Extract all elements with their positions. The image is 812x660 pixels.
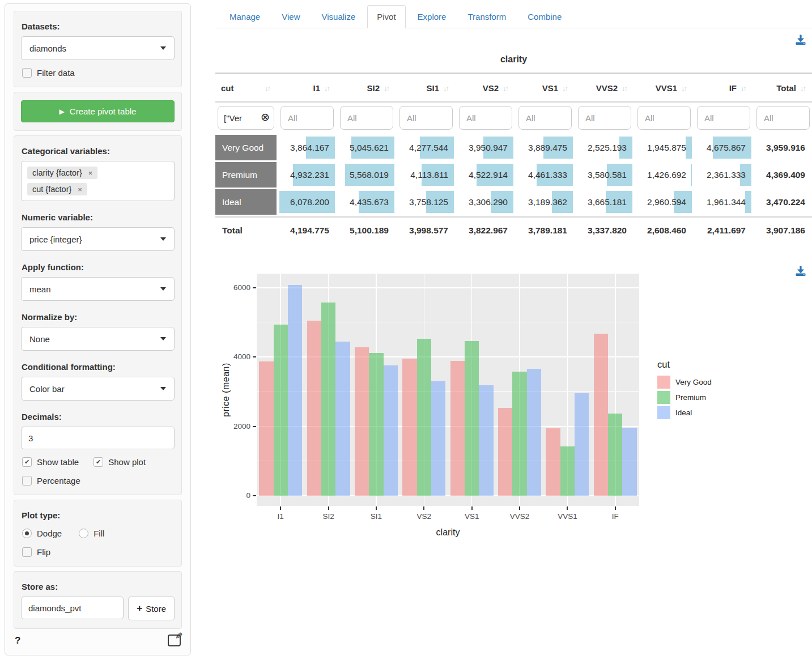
column-header-si1: SI1↓↑: [397, 74, 455, 101]
cell-value: 5,568.019: [350, 170, 389, 180]
table-cell: 2,960.594: [635, 189, 693, 215]
pivot-total-row: Total4,194.7755,100.1893,998.5773,822.96…: [215, 216, 812, 244]
sort-icon[interactable]: ↓↑: [443, 84, 449, 92]
categorical-variables-input[interactable]: clarity {factor}×cut {factor}×: [21, 161, 175, 201]
tab-view[interactable]: View: [272, 5, 309, 28]
download-table-icon[interactable]: [795, 34, 806, 45]
cell-value: 3,758.125: [409, 197, 448, 207]
column-filter-input[interactable]: [637, 106, 691, 130]
flip-checkbox[interactable]: [22, 547, 32, 557]
flip-label: Flip: [37, 547, 50, 557]
report-edit-icon[interactable]: ✎: [168, 635, 181, 646]
bar-very-good-vvs2: [498, 408, 512, 496]
help-link[interactable]: ?: [15, 635, 20, 646]
column-header-label: cut: [221, 83, 234, 93]
x-tick-label: SI1: [356, 512, 396, 521]
cell-value: 4,369.409: [766, 170, 805, 180]
tab-explore[interactable]: Explore: [408, 5, 456, 28]
cell-value: 2,960.594: [647, 197, 686, 207]
store-well: Store as: diamonds_pvt + Store: [14, 571, 182, 629]
show-table-checkbox[interactable]: ✔: [22, 457, 32, 467]
bar-very-good-si2: [307, 321, 321, 496]
bar-very-good-vs1: [450, 361, 465, 496]
dataset-select[interactable]: diamonds: [21, 36, 175, 60]
table-cell: 1,426.692: [635, 162, 693, 188]
normalize-value: None: [29, 334, 50, 344]
table-cell: 3,665.181: [576, 189, 634, 215]
sort-icon[interactable]: ↓↑: [681, 84, 687, 92]
bar-premium-if: [608, 414, 622, 496]
cell-value: 1,945.875: [647, 143, 686, 153]
column-filter-input[interactable]: [756, 106, 810, 130]
tab-manage[interactable]: Manage: [220, 5, 270, 28]
download-plot-icon[interactable]: [795, 265, 806, 276]
remove-tag-icon[interactable]: ×: [78, 185, 82, 194]
sort-icon[interactable]: ↓↑: [622, 84, 628, 92]
numeric-select[interactable]: price {integer}: [21, 227, 175, 251]
dodge-radio[interactable]: [22, 529, 32, 538]
bar-very-good-si1: [355, 347, 369, 496]
tab-visualize[interactable]: Visualize: [312, 5, 365, 28]
column-filter-input[interactable]: [280, 106, 334, 130]
table-cell: 2,525.193: [576, 135, 634, 160]
x-axis-tick: [280, 506, 281, 510]
conditional-formatting-select[interactable]: Color bar: [21, 377, 175, 401]
sort-icon[interactable]: ↓↑: [384, 84, 390, 92]
bar-ideal-vvs1: [575, 393, 589, 496]
cell-value: 4,113.811: [410, 170, 448, 180]
store-name-input[interactable]: diamonds_pvt: [21, 597, 124, 619]
column-filter-input[interactable]: [459, 106, 512, 130]
sort-icon[interactable]: ↓↑: [562, 84, 568, 92]
create-pivot-button[interactable]: ▶ Create pivot table: [21, 100, 175, 122]
tab-combine[interactable]: Combine: [518, 5, 571, 28]
clear-filter-icon[interactable]: ⊗: [261, 112, 270, 122]
table-cell: 3,470.224: [754, 189, 812, 215]
filter-data-checkbox[interactable]: [22, 68, 32, 78]
percentage-checkbox[interactable]: [22, 476, 32, 486]
sort-icon[interactable]: ↓↑: [800, 84, 806, 92]
y-tick-label: 0: [227, 491, 250, 500]
column-filter-input[interactable]: [518, 106, 572, 130]
x-axis-tick: [423, 506, 424, 510]
show-plot-checkbox[interactable]: ✔: [93, 457, 103, 467]
store-button[interactable]: + Store: [128, 597, 175, 620]
cell-value: 5,100.189: [350, 225, 389, 236]
total-cell: 3,789.181: [516, 218, 574, 244]
fill-label: Fill: [93, 529, 104, 538]
filter-cell-vvs2: [576, 104, 634, 133]
y-axis-tick: [253, 426, 256, 427]
remove-tag-icon[interactable]: ×: [88, 169, 93, 177]
conditional-formatting-value: Color bar: [29, 384, 65, 394]
tab-transform[interactable]: Transform: [458, 5, 516, 28]
column-filter-input[interactable]: [578, 106, 631, 130]
apply-function-select[interactable]: mean: [21, 277, 175, 301]
column-filter-input[interactable]: [399, 106, 453, 130]
chevron-down-icon: [160, 287, 166, 291]
column-header-label: SI2: [367, 83, 380, 93]
sort-icon[interactable]: ↓↑: [265, 84, 271, 92]
plot-type-label: Plot type:: [22, 510, 175, 520]
bar-premium-vs1: [465, 341, 479, 496]
bar-premium-vvs1: [560, 446, 575, 496]
normalize-select[interactable]: None: [21, 327, 175, 351]
fill-radio[interactable]: [79, 529, 88, 538]
column-filter-input[interactable]: [340, 106, 393, 130]
sort-icon[interactable]: ↓↑: [503, 84, 509, 92]
legend-key: Very Good: [657, 376, 712, 389]
x-tick-label: I1: [261, 512, 300, 521]
filter-data-label: Filter data: [37, 68, 75, 78]
cell-value: 1,426.692: [647, 170, 686, 180]
tab-pivot[interactable]: Pivot: [367, 5, 405, 28]
column-filter-input[interactable]: [697, 106, 750, 130]
column-header-i1: I1↓↑: [278, 74, 336, 101]
flip-row: Flip: [22, 547, 173, 557]
filter-cell-vs1: [516, 104, 574, 133]
decimals-input[interactable]: 3: [21, 427, 175, 449]
x-axis-tick: [471, 506, 473, 510]
sort-icon[interactable]: ↓↑: [324, 84, 330, 92]
y-tick-label: 6000: [227, 283, 250, 292]
table-cell: 1,961.344: [695, 189, 753, 215]
create-well: ▶ Create pivot table: [14, 92, 182, 131]
sort-icon[interactable]: ↓↑: [741, 84, 747, 92]
bar-ideal-i1: [288, 285, 302, 496]
